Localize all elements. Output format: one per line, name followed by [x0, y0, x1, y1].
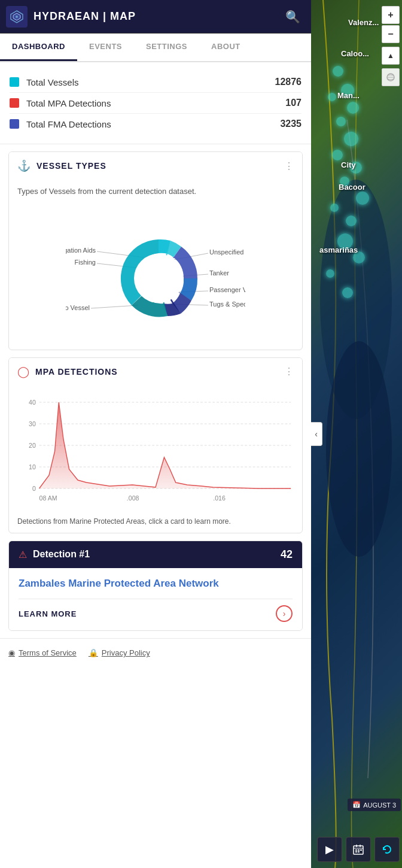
learn-more-arrow-icon: ›	[276, 605, 293, 622]
vessel-marker[interactable]	[326, 269, 334, 278]
zoom-out-button[interactable]: −	[382, 25, 400, 43]
map-svg-overlay	[311, 0, 402, 868]
map-label-asmarinas: asmariñas	[319, 245, 358, 254]
stat-label-mpa: Total MPA Detections	[26, 98, 285, 108]
privacy-link[interactable]: 🔒 Privacy Policy	[89, 648, 150, 657]
date-label: AUGUST 3	[363, 802, 396, 809]
svg-text:30: 30	[29, 420, 36, 427]
stat-value-vessels: 12876	[275, 77, 302, 87]
svg-rect-34	[360, 849, 362, 851]
footer-links: ◉ Terms of Service 🔒 Privacy Policy	[0, 638, 311, 667]
svg-line-5	[91, 305, 138, 308]
vessel-types-card: ⚓ VESSEL TYPES ⋮ Types of Vessels from t…	[8, 151, 303, 350]
detection-card[interactable]: ⚠ Detection #1 42 Zambales Marine Protec…	[8, 541, 303, 632]
svg-text:08 AM: 08 AM	[39, 494, 57, 501]
stat-total-mpa: Total MPA Detections 107	[10, 93, 302, 114]
stat-label-vessels: Total Vessels	[26, 77, 275, 87]
tab-events[interactable]: EVENTS	[77, 34, 134, 61]
refresh-button[interactable]	[374, 837, 400, 862]
tab-about[interactable]: ABOUT	[199, 34, 252, 61]
tab-settings[interactable]: SETTINGS	[134, 34, 199, 61]
svg-rect-36	[358, 851, 360, 852]
detection-alert-icon: ⚠	[19, 549, 27, 560]
privacy-label: Privacy Policy	[102, 648, 150, 657]
stat-label-fma: Total FMA Detections	[26, 119, 280, 129]
mpa-menu[interactable]: ⋮	[284, 366, 294, 377]
mpa-area-chart: 40 30 20 10 0 08 AM .008 .016	[17, 391, 294, 505]
svg-text:0: 0	[32, 484, 36, 491]
vessel-marker[interactable]	[330, 204, 339, 212]
calendar-view-button[interactable]	[346, 837, 371, 862]
vessel-desc: Types of Vessels from the current detect…	[17, 186, 294, 198]
map-controls: + − ▲	[382, 6, 400, 86]
detection-card-body: Zambales Marine Protected Area Network L…	[9, 568, 302, 631]
mpa-title: MPA DETECTIONS	[35, 367, 284, 377]
learn-more-row[interactable]: LEARN MORE ›	[19, 599, 293, 622]
label-tugs: Tugs & Special Cr	[209, 301, 245, 308]
vessel-marker[interactable]	[344, 132, 358, 146]
stats-section: Total Vessels 12876 Total MPA Detections…	[0, 62, 311, 144]
detection-area-name: Zambales Marine Protected Area Network	[19, 576, 293, 591]
stat-value-mpa: 107	[285, 98, 302, 108]
tab-dashboard[interactable]: DASHBOARD	[0, 34, 77, 61]
detection-card-title: Detection #1	[33, 549, 281, 560]
map-background: Valenz... Caloo... Man... City Bacoor as…	[311, 0, 402, 868]
bottom-controls: ▶	[317, 837, 400, 862]
vessel-marker[interactable]	[333, 66, 343, 77]
vessel-marker[interactable]	[347, 102, 359, 114]
svg-rect-33	[358, 849, 360, 851]
stat-dot-mpa	[10, 98, 19, 108]
app-header: HYDRAEAN | MAP 🔍	[0, 0, 311, 34]
map-label-city: City	[341, 160, 356, 169]
terms-label: Terms of Service	[19, 648, 77, 657]
donut-chart-svg: Navigation Aids Fishing Cargo Vessel Uns…	[66, 210, 245, 335]
mpa-chart-area: 40 30 20 10 0 08 AM .008 .016	[9, 386, 302, 511]
app-logo	[6, 6, 28, 28]
vessel-marker[interactable]	[336, 117, 346, 126]
label-cargo: Cargo Vessel	[66, 304, 90, 311]
vessel-types-menu[interactable]: ⋮	[284, 160, 294, 172]
stat-dot-fma	[10, 119, 19, 129]
privacy-icon: 🔒	[89, 648, 98, 657]
vessel-marker[interactable]	[342, 287, 353, 298]
zoom-in-button[interactable]: +	[382, 6, 400, 24]
label-nav-aids: Navigation Aids	[66, 247, 96, 254]
svg-text:10: 10	[29, 463, 36, 470]
right-panel: Valenz... Caloo... Man... City Bacoor as…	[311, 0, 402, 868]
svg-text:40: 40	[29, 398, 36, 405]
label-unspecified: Unspecified Ship	[209, 248, 245, 256]
terms-link[interactable]: ◉ Terms of Service	[8, 648, 77, 657]
vessel-marker[interactable]	[328, 93, 336, 101]
map-label-caloo: Caloo...	[341, 49, 369, 58]
vessel-types-body: Types of Vessels from the current detect…	[9, 180, 302, 350]
layers-button[interactable]	[382, 68, 400, 86]
stat-total-vessels: Total Vessels 12876	[10, 72, 302, 93]
vessel-marker[interactable]	[356, 192, 369, 205]
date-badge: 📅 AUGUST 3	[348, 799, 401, 811]
stat-value-fma: 3235	[280, 119, 302, 129]
detection-card-header: ⚠ Detection #1 42	[9, 541, 302, 568]
collapse-panel-button[interactable]: ‹	[311, 422, 322, 446]
vessel-marker[interactable]	[346, 216, 357, 226]
label-tanker: Tanker	[209, 269, 229, 277]
play-button[interactable]: ▶	[317, 837, 342, 862]
compass-button[interactable]: ▲	[382, 47, 400, 65]
vessel-icon: ⚓	[17, 159, 31, 172]
svg-point-10	[134, 254, 183, 303]
left-panel: HYDRAEAN | MAP 🔍 DASHBOARD EVENTS SETTIN…	[0, 0, 311, 868]
search-button[interactable]: 🔍	[281, 7, 305, 26]
svg-text:.008: .008	[127, 494, 139, 501]
vessel-marker[interactable]	[332, 150, 343, 160]
detection-card-count: 42	[281, 548, 293, 561]
panel-scroll[interactable]: Total Vessels 12876 Total MPA Detections…	[0, 62, 311, 868]
learn-more-label: LEARN MORE	[19, 609, 77, 618]
mpa-detections-card: ◯ MPA DETECTIONS ⋮ 40 30 20 10	[8, 357, 303, 533]
vessel-types-header: ⚓ VESSEL TYPES ⋮	[9, 152, 302, 180]
label-passenger: Passenger Vessel	[209, 286, 245, 293]
mpa-header: ◯ MPA DETECTIONS ⋮	[9, 358, 302, 386]
svg-point-2	[16, 16, 18, 18]
stat-total-fma: Total FMA Detections 3235	[10, 114, 302, 134]
svg-point-25	[326, 341, 392, 557]
map-label-bacoor: Bacoor	[339, 183, 366, 192]
map-label-man: Man...	[337, 91, 360, 100]
